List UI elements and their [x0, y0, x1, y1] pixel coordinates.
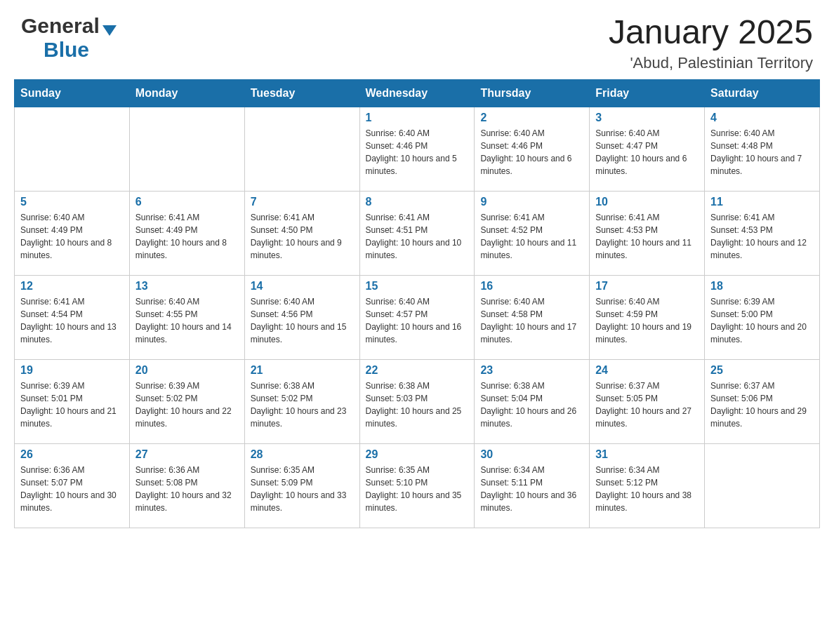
calendar-cell: 13Sunrise: 6:40 AM Sunset: 4:55 PM Dayli…: [129, 275, 244, 359]
day-info: Sunrise: 6:38 AM Sunset: 5:04 PM Dayligh…: [480, 380, 583, 430]
day-number: 29: [366, 448, 469, 461]
calendar-week-1: 1Sunrise: 6:40 AM Sunset: 4:46 PM Daylig…: [15, 107, 820, 191]
calendar-cell: 1Sunrise: 6:40 AM Sunset: 4:46 PM Daylig…: [359, 107, 475, 191]
calendar-cell: 22Sunrise: 6:38 AM Sunset: 5:03 PM Dayli…: [359, 359, 475, 443]
calendar-cell: 20Sunrise: 6:39 AM Sunset: 5:02 PM Dayli…: [129, 359, 244, 443]
day-number: 20: [135, 364, 239, 377]
title-block: January 2025 'Abud, Palestinian Territor…: [609, 14, 813, 72]
day-info: Sunrise: 6:39 AM Sunset: 5:01 PM Dayligh…: [20, 380, 124, 430]
calendar-cell: 3Sunrise: 6:40 AM Sunset: 4:47 PM Daylig…: [590, 107, 705, 191]
month-title: January 2025: [609, 14, 813, 51]
day-number: 10: [595, 196, 699, 208]
day-number: 24: [595, 364, 699, 377]
calendar-cell: 26Sunrise: 6:36 AM Sunset: 5:07 PM Dayli…: [15, 443, 130, 528]
day-number: 18: [710, 280, 814, 293]
day-info: Sunrise: 6:40 AM Sunset: 4:48 PM Dayligh…: [710, 127, 814, 177]
day-info: Sunrise: 6:38 AM Sunset: 5:02 PM Dayligh…: [251, 380, 354, 430]
calendar-cell: 15Sunrise: 6:40 AM Sunset: 4:57 PM Dayli…: [359, 275, 475, 359]
day-info: Sunrise: 6:41 AM Sunset: 4:49 PM Dayligh…: [135, 211, 239, 262]
calendar-cell: 5Sunrise: 6:40 AM Sunset: 4:49 PM Daylig…: [15, 191, 130, 275]
day-info: Sunrise: 6:41 AM Sunset: 4:53 PM Dayligh…: [710, 211, 814, 262]
col-wednesday: Wednesday: [359, 79, 475, 107]
day-info: Sunrise: 6:40 AM Sunset: 4:46 PM Dayligh…: [366, 127, 469, 177]
col-thursday: Thursday: [475, 79, 590, 107]
day-number: 1: [366, 112, 469, 124]
day-info: Sunrise: 6:37 AM Sunset: 5:06 PM Dayligh…: [710, 380, 814, 430]
day-number: 31: [595, 448, 699, 461]
calendar-cell: 14Sunrise: 6:40 AM Sunset: 4:56 PM Dayli…: [244, 275, 359, 359]
calendar-container: Sunday Monday Tuesday Wednesday Thursday…: [0, 79, 834, 542]
day-number: 27: [135, 448, 239, 461]
col-monday: Monday: [129, 79, 244, 107]
calendar-cell: 12Sunrise: 6:41 AM Sunset: 4:54 PM Dayli…: [15, 275, 130, 359]
day-number: 8: [366, 196, 469, 208]
calendar-week-2: 5Sunrise: 6:40 AM Sunset: 4:49 PM Daylig…: [15, 191, 820, 275]
day-info: Sunrise: 6:35 AM Sunset: 5:09 PM Dayligh…: [251, 464, 354, 514]
calendar-cell: 16Sunrise: 6:40 AM Sunset: 4:58 PM Dayli…: [475, 275, 590, 359]
logo-general-text: General: [21, 14, 100, 38]
day-info: Sunrise: 6:35 AM Sunset: 5:10 PM Dayligh…: [366, 464, 469, 514]
day-number: 28: [251, 448, 354, 461]
day-number: 14: [251, 280, 354, 293]
day-number: 5: [20, 196, 124, 208]
day-info: Sunrise: 6:36 AM Sunset: 5:07 PM Dayligh…: [20, 464, 124, 514]
day-number: 22: [366, 364, 469, 377]
calendar-cell: 28Sunrise: 6:35 AM Sunset: 5:09 PM Dayli…: [244, 443, 359, 528]
day-info: Sunrise: 6:34 AM Sunset: 5:11 PM Dayligh…: [480, 464, 583, 514]
day-number: 26: [20, 448, 124, 461]
day-info: Sunrise: 6:40 AM Sunset: 4:49 PM Dayligh…: [20, 211, 124, 262]
day-info: Sunrise: 6:40 AM Sunset: 4:59 PM Dayligh…: [595, 295, 699, 346]
calendar-body: 1Sunrise: 6:40 AM Sunset: 4:46 PM Daylig…: [15, 107, 820, 528]
day-info: Sunrise: 6:40 AM Sunset: 4:57 PM Dayligh…: [366, 295, 469, 346]
day-info: Sunrise: 6:40 AM Sunset: 4:58 PM Dayligh…: [480, 295, 583, 346]
calendar-week-5: 26Sunrise: 6:36 AM Sunset: 5:07 PM Dayli…: [15, 443, 820, 528]
calendar-cell: 11Sunrise: 6:41 AM Sunset: 4:53 PM Dayli…: [705, 191, 820, 275]
calendar-cell: 4Sunrise: 6:40 AM Sunset: 4:48 PM Daylig…: [705, 107, 820, 191]
col-sunday: Sunday: [15, 79, 130, 107]
day-number: 11: [710, 196, 814, 208]
day-info: Sunrise: 6:40 AM Sunset: 4:47 PM Dayligh…: [595, 127, 699, 177]
day-number: 3: [595, 112, 699, 124]
day-info: Sunrise: 6:40 AM Sunset: 4:46 PM Dayligh…: [480, 127, 583, 177]
calendar-cell: 24Sunrise: 6:37 AM Sunset: 5:05 PM Dayli…: [590, 359, 705, 443]
calendar-header: Sunday Monday Tuesday Wednesday Thursday…: [15, 79, 820, 107]
day-number: 21: [251, 364, 354, 377]
calendar-cell: 18Sunrise: 6:39 AM Sunset: 5:00 PM Dayli…: [705, 275, 820, 359]
calendar-cell: 7Sunrise: 6:41 AM Sunset: 4:50 PM Daylig…: [244, 191, 359, 275]
day-info: Sunrise: 6:41 AM Sunset: 4:52 PM Dayligh…: [480, 211, 583, 262]
calendar-cell: 2Sunrise: 6:40 AM Sunset: 4:46 PM Daylig…: [475, 107, 590, 191]
calendar-cell: [129, 107, 244, 191]
calendar-cell: 31Sunrise: 6:34 AM Sunset: 5:12 PM Dayli…: [590, 443, 705, 528]
day-info: Sunrise: 6:34 AM Sunset: 5:12 PM Dayligh…: [595, 464, 699, 514]
page-header: General Blue January 2025 'Abud, Palesti…: [0, 0, 834, 79]
calendar-cell: 9Sunrise: 6:41 AM Sunset: 4:52 PM Daylig…: [475, 191, 590, 275]
calendar-week-3: 12Sunrise: 6:41 AM Sunset: 4:54 PM Dayli…: [15, 275, 820, 359]
day-info: Sunrise: 6:41 AM Sunset: 4:50 PM Dayligh…: [251, 211, 354, 262]
day-number: 30: [480, 448, 583, 461]
calendar-cell: 10Sunrise: 6:41 AM Sunset: 4:53 PM Dayli…: [590, 191, 705, 275]
calendar-table: Sunday Monday Tuesday Wednesday Thursday…: [14, 79, 820, 528]
day-number: 7: [251, 196, 354, 208]
calendar-cell: 6Sunrise: 6:41 AM Sunset: 4:49 PM Daylig…: [129, 191, 244, 275]
day-number: 15: [366, 280, 469, 293]
calendar-cell: 8Sunrise: 6:41 AM Sunset: 4:51 PM Daylig…: [359, 191, 475, 275]
logo: General Blue: [21, 14, 117, 62]
header-row: Sunday Monday Tuesday Wednesday Thursday…: [15, 79, 820, 107]
col-friday: Friday: [590, 79, 705, 107]
day-info: Sunrise: 6:41 AM Sunset: 4:53 PM Dayligh…: [595, 211, 699, 262]
day-info: Sunrise: 6:41 AM Sunset: 4:51 PM Dayligh…: [366, 211, 469, 262]
day-info: Sunrise: 6:39 AM Sunset: 5:00 PM Dayligh…: [710, 295, 814, 346]
logo-triangle-icon: [102, 25, 117, 36]
day-number: 4: [710, 112, 814, 124]
calendar-week-4: 19Sunrise: 6:39 AM Sunset: 5:01 PM Dayli…: [15, 359, 820, 443]
calendar-cell: 21Sunrise: 6:38 AM Sunset: 5:02 PM Dayli…: [244, 359, 359, 443]
col-tuesday: Tuesday: [244, 79, 359, 107]
day-number: 17: [595, 280, 699, 293]
day-info: Sunrise: 6:38 AM Sunset: 5:03 PM Dayligh…: [366, 380, 469, 430]
day-number: 25: [710, 364, 814, 377]
day-number: 6: [135, 196, 239, 208]
calendar-cell: 25Sunrise: 6:37 AM Sunset: 5:06 PM Dayli…: [705, 359, 820, 443]
calendar-cell: 30Sunrise: 6:34 AM Sunset: 5:11 PM Dayli…: [475, 443, 590, 528]
col-saturday: Saturday: [705, 79, 820, 107]
day-info: Sunrise: 6:37 AM Sunset: 5:05 PM Dayligh…: [595, 380, 699, 430]
